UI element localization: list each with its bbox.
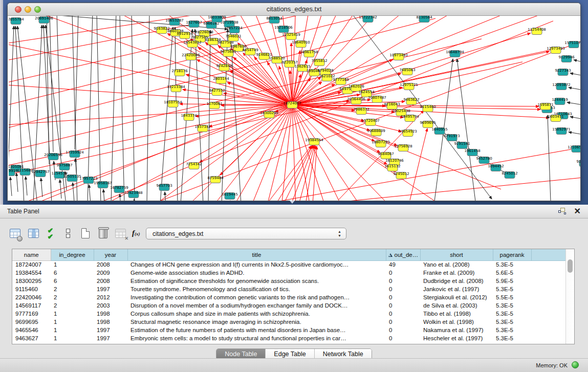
cell-year[interactable]: 2012 <box>94 293 127 301</box>
cell-pagerank[interactable]: 5.3E-5 <box>493 310 531 318</box>
cell-short[interactable]: Stergiakouli et al. (2012) <box>420 293 493 301</box>
cell-in_degree[interactable]: 6 <box>51 277 94 285</box>
cell-title[interactable]: Estimation of the future numbers of pati… <box>127 326 386 334</box>
graph-node[interactable]: 8245012 <box>502 171 517 179</box>
cell-out_de…[interactable]: 0 <box>386 326 420 334</box>
graph-node[interactable]: 1619445 <box>222 192 237 200</box>
cell-pagerank[interactable]: 5.3E-5 <box>493 334 531 342</box>
graph-node[interactable]: 9227343 <box>555 69 571 76</box>
graph-edge[interactable] <box>570 117 580 120</box>
cell-pagerank[interactable]: 5.3E-5 <box>493 318 531 326</box>
cell-in_degree[interactable]: 1 <box>51 334 94 342</box>
graph-node[interactable]: 2803144 <box>213 77 229 84</box>
graph-node[interactable]: 19756928 <box>394 144 412 151</box>
cell-name[interactable]: 14569117 <box>12 301 51 310</box>
show-columns-icon[interactable] <box>28 227 41 242</box>
graph-node[interactable]: 9115460 <box>420 105 435 112</box>
graph-node[interactable]: 1094452 <box>488 164 504 171</box>
cell-short[interactable]: Jankovic et al. (1997) <box>420 285 493 293</box>
graph-node[interactable]: 9457703 <box>156 184 172 191</box>
table-row[interactable]: 1872400712008Changes of HCN gene express… <box>12 260 566 269</box>
graph-node[interactable]: 15720407 <box>361 119 380 126</box>
cell-title[interactable]: Genome-wide association studies in ADHD. <box>127 269 386 277</box>
cell-pagerank[interactable]: 5.3E-5 <box>493 326 531 334</box>
graph-edge[interactable] <box>292 16 547 105</box>
graph-node[interactable]: 9699695 <box>420 121 435 128</box>
graph-node[interactable]: 16961758 <box>300 50 318 57</box>
cell-name[interactable]: 18724007 <box>12 260 51 269</box>
cell-out_de…[interactable]: 0 <box>386 301 420 310</box>
graph-node[interactable]: 1961458 <box>464 149 480 156</box>
column-header-title[interactable]: title <box>127 249 386 260</box>
cell-out_de…[interactable]: 0 <box>386 310 420 318</box>
table-scrollbar-thumb[interactable] <box>568 259 573 273</box>
cell-out_de…[interactable]: 0 <box>386 269 420 277</box>
graph-edge[interactable] <box>548 115 551 201</box>
graph-edge[interactable] <box>26 177 27 195</box>
column-header-pagerank[interactable]: pagerank <box>493 249 531 260</box>
column-header-out_de…[interactable]: out_de… <box>386 249 420 260</box>
memory-status-indicator[interactable] <box>572 361 579 368</box>
cell-out_de…[interactable]: 0 <box>386 285 420 293</box>
graph-edge[interactable] <box>89 185 91 201</box>
cell-pagerank[interactable]: 5.3E-5 <box>493 301 531 310</box>
graph-node[interactable]: 12213384 <box>167 85 185 92</box>
column-header-short[interactable]: short <box>420 249 493 260</box>
cell-title[interactable]: Estimation of significance thresholds fo… <box>127 277 386 285</box>
close-panel-icon[interactable]: ✕ <box>574 206 581 216</box>
cell-out_de…[interactable]: 0 <box>386 334 420 342</box>
graph-edge[interactable] <box>93 21 553 201</box>
graph-node[interactable]: 20691406 <box>35 16 53 24</box>
graph-edge[interactable] <box>256 146 580 201</box>
cell-title[interactable]: Changes of HCN gene expression and I(f) … <box>127 260 386 269</box>
graph-node[interactable]: 6791973 <box>444 134 460 141</box>
graph-edge[interactable] <box>9 105 292 155</box>
graph-edge[interactable] <box>180 104 292 105</box>
table-row[interactable]: 1456911722003Disruption of a novel membe… <box>12 301 566 310</box>
table-row[interactable]: 1830029562008Estimation of significance … <box>12 277 566 285</box>
trash-icon[interactable] <box>97 227 111 242</box>
cell-title[interactable]: Corpus callosum shape and size in male p… <box>127 310 386 318</box>
graph-node[interactable]: 9191541 <box>454 142 470 149</box>
modify-table-icon[interactable] <box>9 227 23 242</box>
cell-title[interactable]: Tourette syndrome. Phenomenology and cla… <box>127 285 386 293</box>
graph-node[interactable]: 7955812 <box>311 59 327 66</box>
graph-node[interactable]: 9452780 <box>476 157 492 164</box>
cell-name[interactable]: 18300295 <box>12 277 51 285</box>
graph-node[interactable]: 19958167 <box>94 181 112 188</box>
graph-node[interactable]: 9475685 <box>220 50 236 57</box>
graph-edge[interactable] <box>147 16 149 201</box>
cell-pagerank[interactable]: 5.9E-5 <box>493 277 531 285</box>
cell-pagerank[interactable]: 5.5E-5 <box>493 293 531 301</box>
table-row[interactable]: 946362711997Embryonic stem cells: a mode… <box>12 334 566 342</box>
graph-node[interactable]: 9152047 <box>576 160 580 167</box>
graph-node[interactable]: 1843374 <box>181 114 197 121</box>
graph-node[interactable]: 16543812 <box>183 40 202 48</box>
cell-name[interactable]: 9115460 <box>12 285 51 293</box>
network-view-window[interactable]: citations_edges.txt 20557842069140610653… <box>7 3 581 201</box>
graph-edge[interactable] <box>208 30 210 201</box>
graph-edge[interactable] <box>410 128 427 200</box>
graph-node[interactable]: 11254408 <box>528 28 546 35</box>
graph-edge[interactable] <box>299 145 315 201</box>
cell-name[interactable]: 9463627 <box>12 334 51 342</box>
cell-pagerank[interactable]: 5.3E-5 <box>493 260 531 269</box>
cell-in_degree[interactable]: 2 <box>51 285 94 293</box>
graph-node[interactable]: 9129946 <box>558 55 575 62</box>
graph-edge[interactable] <box>132 16 135 201</box>
cell-out_de…[interactable]: 0 <box>386 293 420 301</box>
graph-node[interactable]: 1615132 <box>384 164 400 171</box>
cell-short[interactable]: Franke et al. (2009) <box>420 269 493 277</box>
graph-node[interactable]: 1527607 <box>186 20 202 28</box>
cell-year[interactable]: 1997 <box>94 326 127 334</box>
graph-edge[interactable] <box>16 173 18 192</box>
graph-edge[interactable] <box>57 16 61 154</box>
graph-edge[interactable] <box>209 105 292 127</box>
cell-short[interactable]: Hescheler et al. (1997) <box>420 334 493 342</box>
graph-node[interactable]: 1244419 <box>552 98 568 105</box>
float-panel-icon[interactable] <box>558 208 567 215</box>
network-graph-canvas[interactable]: 2055784206914061065328715276076966162107… <box>9 16 580 201</box>
graph-node[interactable]: 12973493 <box>547 47 565 54</box>
cell-short[interactable]: de Silva et al. (2003) <box>420 301 493 310</box>
cell-name[interactable]: 19384554 <box>12 269 51 277</box>
